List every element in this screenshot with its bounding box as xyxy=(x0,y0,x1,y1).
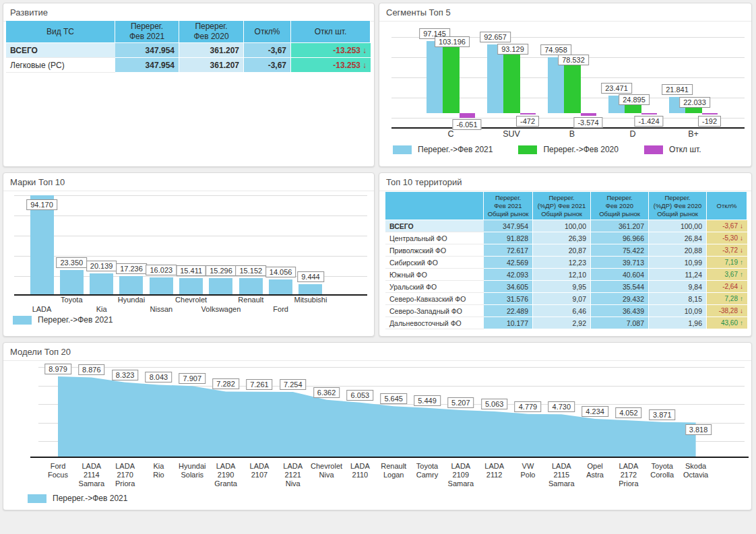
axis-label-kia: Kia xyxy=(96,305,107,313)
value-label: 8.043 xyxy=(146,372,172,382)
legend-item: Перерег.->Фев 2021 xyxy=(13,315,113,325)
territory-table-grid: Перерег. Фев 2021 Общий рынокПеререг. (%… xyxy=(385,192,747,329)
bar-ford[interactable] xyxy=(269,279,292,294)
column-header: Вид ТС xyxy=(6,21,115,43)
value-label: 15.296 xyxy=(206,265,237,276)
axis-label-nissan: Nissan xyxy=(150,305,173,313)
axis-label-renault: Renault xyxy=(238,296,263,304)
panel-title-models: Модели Топ 20 xyxy=(3,343,751,361)
bar-b-otkl[interactable] xyxy=(581,113,596,116)
cell-value: 11,24 xyxy=(649,269,707,281)
bar-suv-otkl[interactable] xyxy=(520,113,536,114)
trend-down-icon: ↓ xyxy=(740,234,743,242)
value-label: 6.362 xyxy=(313,387,340,398)
value-label: -472 xyxy=(516,116,539,127)
table-row[interactable]: Центральный ФО91.82826,3996.96626,84-5,3… xyxy=(385,232,747,244)
bar-d-otkl[interactable] xyxy=(641,113,657,114)
bar-renault[interactable] xyxy=(239,278,263,294)
cell-value: 31.576 xyxy=(484,293,533,305)
bar-hyundai[interactable] xyxy=(119,276,143,294)
table-row[interactable]: ВСЕГО347.954100,00361.207100,00-3,67↓ xyxy=(385,220,747,232)
legend-swatch xyxy=(393,145,412,154)
value-label: 4.234 xyxy=(581,406,608,417)
value-label: -3.574 xyxy=(573,117,602,128)
table-row[interactable]: Приволжский ФО72.61720,8775.42220,88-3,7… xyxy=(385,244,747,257)
axis-label-b: B xyxy=(569,129,575,139)
bar-nissan[interactable] xyxy=(150,277,173,294)
table-row[interactable]: Легковые (PC)347.954361.207-3,67-13.253↓ xyxy=(6,58,371,73)
trend-up-icon: ↑ xyxy=(740,259,743,266)
column-header: Перерег. Фев 2021 Общий рынок xyxy=(484,192,533,220)
value-label: -6.051 xyxy=(452,119,481,130)
value-label: 15.152 xyxy=(235,265,266,276)
cell-value: 26,84 xyxy=(649,232,707,244)
cell-otkl-pct: 3,67↑ xyxy=(707,269,747,281)
value-label: 92.657 xyxy=(480,32,511,42)
cell-value: 9,07 xyxy=(533,293,591,305)
cell-feb2021: 347.954 xyxy=(115,58,179,73)
axis-label-b+: B+ xyxy=(688,129,699,139)
bar-c-2020[interactable] xyxy=(443,36,460,113)
column-header xyxy=(385,192,484,220)
cell-value: 12,10 xyxy=(533,269,591,281)
row-label: Центральный ФО xyxy=(385,232,484,244)
cell-value: 96.966 xyxy=(591,232,649,244)
gridline xyxy=(391,118,745,119)
bar-c-otkl[interactable] xyxy=(460,113,475,118)
razvitie-table: Вид ТСПеререг. Фев 2021Перерег. Фев 2020… xyxy=(6,21,371,73)
trend-down-icon: ↓ xyxy=(363,46,367,55)
cell-value: 29.432 xyxy=(591,293,649,305)
value-label: -1.424 xyxy=(634,116,663,127)
panel-brands: Марки Топ 10 94.170LADA23.350Toyota20.13… xyxy=(3,172,375,337)
trend-down-icon: ↓ xyxy=(740,307,743,314)
bar-kia[interactable] xyxy=(90,273,113,294)
legend-item: Откл шт. xyxy=(644,145,701,154)
cell-otkl-pct: 7,28↑ xyxy=(707,293,747,305)
legend-swatch xyxy=(13,316,32,325)
cell-feb2020: 361.207 xyxy=(179,43,244,58)
bar-mitsubishi[interactable] xyxy=(298,284,322,294)
gridline xyxy=(14,236,367,236)
table-row[interactable]: Южный ФО42.09312,1040.60411,243,67↑ xyxy=(385,269,747,281)
column-header: Перерег. Фев 2020 xyxy=(179,21,244,43)
legend-item: Перерег.->Фев 2021 xyxy=(393,145,493,154)
cell-otkl-pct: -2,64↓ xyxy=(707,281,747,293)
bar-lada[interactable] xyxy=(30,195,54,294)
table-row[interactable]: ВСЕГО347.954361.207-3,67-13.253↓ xyxy=(6,43,371,58)
legend-swatch xyxy=(518,145,537,154)
value-label: 17.236 xyxy=(116,263,147,274)
bar-b+-otkl[interactable] xyxy=(702,113,718,114)
cell-otkl-sht: -13.253↓ xyxy=(291,58,371,73)
bar-volkswagen[interactable] xyxy=(209,278,232,294)
bar-chevrolet[interactable] xyxy=(179,278,203,294)
legend-swatch xyxy=(644,145,663,154)
table-row[interactable]: Сибирский ФО42.56912,2339.71310,997,19↑ xyxy=(385,257,747,269)
cell-value: 34.605 xyxy=(484,281,533,293)
segments-chart: 97.145103.196-6.051C92.65793.129-472SUV7… xyxy=(379,22,751,166)
table-row[interactable]: Уральский ФО34.6059,9535.5449,84-2,64↓ xyxy=(385,281,747,293)
table-row[interactable]: Северо-Западный ФО22.4896,4636.43910,09-… xyxy=(385,305,747,317)
cell-value: 26,39 xyxy=(533,232,591,244)
axis-label-chevrolet: Chevrolet xyxy=(175,296,207,304)
cell-value: 91.828 xyxy=(484,232,533,244)
bar-toyota[interactable] xyxy=(60,270,84,294)
row-label: Уральский ФО xyxy=(385,281,484,293)
table-row[interactable]: Дальневосточный ФО10.1772,927.0871,9643,… xyxy=(385,317,747,329)
cell-value: 36.439 xyxy=(591,305,649,317)
bar-c-2021[interactable] xyxy=(427,41,443,113)
value-label: 9.444 xyxy=(297,271,324,282)
column-header: Перерег. (%ДР) Фев 2020 Общий рынок xyxy=(649,192,707,220)
gridline xyxy=(14,195,367,196)
bar-b-2021[interactable] xyxy=(548,57,564,113)
row-label: Северо-Кавказский ФО xyxy=(385,293,484,305)
trend-up-icon: ↑ xyxy=(740,319,743,327)
cell-value: 20,87 xyxy=(533,244,591,257)
value-label: 78.532 xyxy=(558,55,589,65)
legend-label: Перерег.->Фев 2021 xyxy=(418,145,493,154)
cell-value: 2,92 xyxy=(533,317,591,329)
legend-item: Перерег.->Фев 2021 xyxy=(28,494,127,503)
panel-title-territories: Топ 10 территорий xyxy=(379,173,751,191)
value-label: 4.730 xyxy=(548,401,575,412)
table-row[interactable]: Северо-Кавказский ФО31.5769,0729.4328,15… xyxy=(385,293,747,305)
value-label: -192 xyxy=(698,116,721,127)
